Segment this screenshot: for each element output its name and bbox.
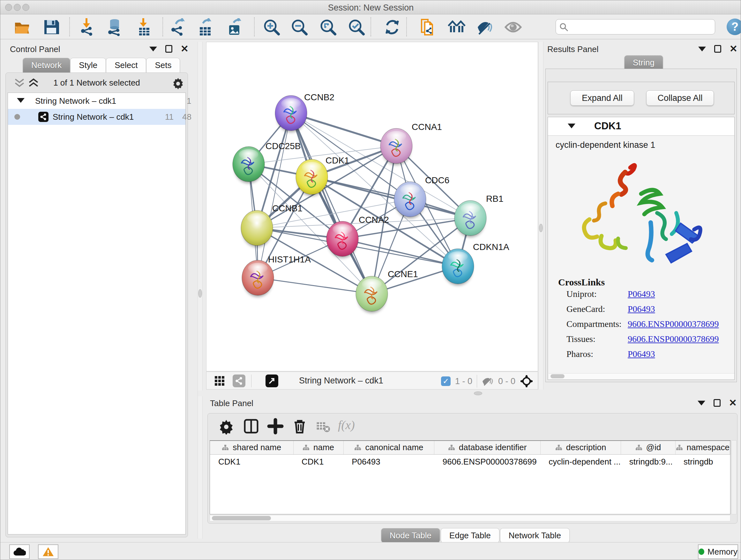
search-input[interactable] xyxy=(571,21,712,33)
show-all-icon[interactable] xyxy=(504,18,522,36)
tab-sets[interactable]: Sets xyxy=(146,58,180,72)
node-CCNB2[interactable]: CCNB2 xyxy=(275,92,334,132)
function-builder-icon[interactable]: f(x) xyxy=(338,418,367,435)
export-network-icon[interactable] xyxy=(170,18,187,36)
open-in-window-icon[interactable] xyxy=(266,374,278,387)
open-session-icon[interactable] xyxy=(13,18,31,36)
help-icon[interactable]: ? xyxy=(727,18,741,35)
expand-all-button[interactable]: Expand All xyxy=(570,90,634,106)
table-panel-close-icon[interactable]: ✕ xyxy=(729,399,737,407)
control-panel-close-icon[interactable]: ✕ xyxy=(181,45,189,53)
network-graph[interactable]: CCNB2CCNA1CDC25BCDK1CDC6RB1CCNB1CCNA2CDK… xyxy=(206,42,538,371)
export-table-icon[interactable] xyxy=(197,18,214,36)
table-panel-float-icon[interactable] xyxy=(714,399,721,407)
edge-CCNB2-CCNE1[interactable] xyxy=(291,113,372,294)
save-session-icon[interactable] xyxy=(43,18,60,36)
fit-content-crosshair-icon[interactable] xyxy=(520,374,533,388)
node-CDK1[interactable]: CDK1 xyxy=(296,155,349,196)
gear-icon[interactable] xyxy=(218,418,234,435)
column-header-description[interactable]: description xyxy=(540,441,621,454)
import-network-file-icon[interactable] xyxy=(78,18,96,36)
columns-icon[interactable] xyxy=(243,418,259,435)
node-table[interactable]: shared namenamecanonical namedatabase id… xyxy=(210,440,731,514)
add-column-icon[interactable] xyxy=(267,418,284,435)
tab-node-table[interactable]: Node Table xyxy=(381,528,440,543)
string-view-icon[interactable] xyxy=(232,374,246,387)
results-panel-close-icon[interactable]: ✕ xyxy=(730,45,738,53)
column-header-database-identifier[interactable]: database identifier xyxy=(434,441,541,454)
delete-table-icon[interactable] xyxy=(316,418,330,435)
crosslink-link[interactable]: P06493 xyxy=(628,349,655,359)
table-cell[interactable]: CDK1 xyxy=(210,454,293,469)
memory-button[interactable]: Memory xyxy=(698,544,738,559)
zoom-fit-icon[interactable] xyxy=(319,18,337,36)
import-network-database-icon[interactable] xyxy=(106,18,124,36)
cloud-button[interactable] xyxy=(9,544,30,559)
column-header-canonical-name[interactable]: canonical name xyxy=(343,441,434,454)
results-panel-collapse-icon[interactable] xyxy=(698,47,706,51)
results-hscrollbar[interactable] xyxy=(549,373,734,379)
network-row[interactable]: String Network – cdk1 11 48 xyxy=(8,109,185,125)
node-CDC6[interactable]: CDC6 xyxy=(394,175,449,219)
zoom-selected-icon[interactable] xyxy=(347,18,365,36)
left-splitter[interactable] xyxy=(198,42,203,539)
node-CDKN1A[interactable]: CDKN1A xyxy=(442,242,509,286)
table-cell[interactable]: cyclin-dependent ... xyxy=(540,454,621,469)
cybrowser-home-icon[interactable] xyxy=(448,18,466,36)
table-cell[interactable]: stringdb:9... xyxy=(621,454,675,469)
tab-network[interactable]: Network xyxy=(23,58,70,72)
table-panel-collapse-icon[interactable] xyxy=(697,401,705,406)
selected-nodes-checkbox-icon[interactable]: ✓ xyxy=(441,376,451,386)
crosslink-link[interactable]: 9606.ENSP00000378699 xyxy=(628,319,719,329)
table-vscrollbar[interactable] xyxy=(731,440,737,514)
node-RB1[interactable]: RB1 xyxy=(455,194,503,237)
warning-button[interactable] xyxy=(38,544,58,559)
crosslink-link[interactable]: P06493 xyxy=(628,289,655,299)
bottom-splitter[interactable] xyxy=(198,390,741,396)
results-panel-float-icon[interactable] xyxy=(714,45,721,53)
birds-eye-grid-icon[interactable] xyxy=(214,375,225,386)
column-header-name[interactable]: name xyxy=(293,441,343,454)
edge-CCNB2-CCNA1[interactable] xyxy=(291,113,396,146)
collection-expander-icon[interactable] xyxy=(17,98,24,103)
column-header--id[interactable]: @id xyxy=(621,441,675,454)
node-CCNA1[interactable]: CCNA1 xyxy=(381,122,442,165)
tab-string[interactable]: String xyxy=(624,55,663,70)
gene-header-row[interactable]: CDK1 xyxy=(548,117,734,136)
gene-expander-icon[interactable] xyxy=(568,124,576,128)
network-canvas[interactable]: CCNB2CCNA1CDC25BCDK1CDC6RB1CCNB1CCNA2CDK… xyxy=(206,42,538,371)
edge-CCNB2-HIST1H1A[interactable] xyxy=(258,113,291,278)
crosslink-link[interactable]: P06493 xyxy=(628,304,655,314)
network-collection-row[interactable]: String Network – cdk1 1 xyxy=(8,93,185,109)
table-row[interactable]: CDK1CDK1P064939606.ENSP00000378699cyclin… xyxy=(210,454,730,469)
tab-select[interactable]: Select xyxy=(106,58,146,72)
gear-icon[interactable] xyxy=(172,77,185,89)
hide-selected-icon[interactable] xyxy=(476,18,494,36)
zoom-in-icon[interactable] xyxy=(263,18,280,36)
table-cell[interactable]: 9606.ENSP00000378699 xyxy=(434,454,541,469)
edge-HIST1H1A-CCNE1[interactable] xyxy=(258,278,372,294)
node-CCNE1[interactable]: CCNE1 xyxy=(356,269,418,313)
refresh-icon[interactable] xyxy=(383,18,401,36)
export-image-icon[interactable] xyxy=(226,18,244,36)
import-table-icon[interactable] xyxy=(135,18,153,36)
zoom-out-icon[interactable] xyxy=(290,18,308,36)
column-type-icon xyxy=(555,444,562,451)
collapse-all-button[interactable]: Collapse All xyxy=(646,90,714,106)
tab-edge-table[interactable]: Edge Table xyxy=(441,528,499,543)
table-cell[interactable]: stringdb xyxy=(675,454,730,469)
table-cell[interactable]: P06493 xyxy=(343,454,434,469)
string-results-container: Expand All Collapse All CDK1 cyclin-depe… xyxy=(545,69,737,382)
delete-column-icon[interactable] xyxy=(291,418,308,435)
tab-style[interactable]: Style xyxy=(70,58,106,72)
tab-network-table[interactable]: Network Table xyxy=(500,528,569,543)
control-panel-float-icon[interactable] xyxy=(165,45,172,53)
column-header-namespace[interactable]: namespace xyxy=(675,441,730,454)
control-panel-collapse-icon[interactable] xyxy=(149,47,157,51)
table-hscrollbar[interactable] xyxy=(210,515,731,521)
table-cell[interactable]: CDK1 xyxy=(293,454,343,469)
crosslink-link[interactable]: 9606.ENSP00000378699 xyxy=(628,334,719,344)
clone-network-icon[interactable] xyxy=(419,18,437,36)
column-header-shared-name[interactable]: shared name xyxy=(210,441,293,454)
node-HIST1H1A[interactable]: HIST1H1A xyxy=(242,254,311,297)
